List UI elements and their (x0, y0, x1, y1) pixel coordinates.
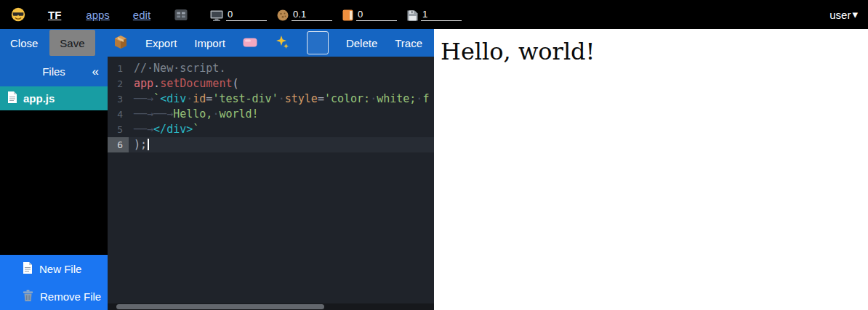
cookie-stat: 0.1 (277, 8, 332, 21)
code-token: ` (153, 92, 160, 105)
code-token: ──→ (153, 107, 173, 121)
code-token: f (422, 92, 429, 105)
code-token: id (193, 92, 206, 105)
code-token: app (134, 77, 153, 90)
sidebar-buttons: Close Save (0, 29, 108, 57)
code-token: ──→ (134, 107, 153, 121)
code-token: · (278, 92, 285, 105)
floppy-stat-value[interactable]: 1 (421, 8, 462, 21)
code-token: ); (134, 138, 147, 151)
preview-text: Hello, world! (441, 38, 868, 65)
code-editor[interactable]: 123456 //·New·script.app.setDocument(──→… (108, 57, 434, 310)
monitor-stat: 0 (210, 8, 267, 21)
remove-file-label: Remove File (40, 290, 101, 303)
code-line[interactable]: ──→`<div·id='test-div'·style='color:·whi… (129, 91, 434, 107)
smiley-logo-icon[interactable] (10, 7, 26, 23)
file-item-appjs[interactable]: app.js (0, 86, 108, 110)
code-token: ──→ (134, 92, 153, 105)
import-button[interactable]: Import (194, 37, 225, 49)
chevron-down-icon: ▾ (852, 8, 858, 21)
brand-link[interactable]: TF (48, 9, 61, 21)
user-menu[interactable]: user ▾ (829, 8, 858, 21)
file-list-empty-area (0, 110, 108, 255)
code-token: white; (377, 92, 416, 105)
book-stat-value[interactable]: 0 (356, 8, 397, 21)
soap-icon (243, 37, 257, 49)
monitor-icon (210, 10, 223, 21)
new-file-button[interactable]: New File (0, 255, 108, 282)
monitor-stat-value[interactable]: 0 (226, 8, 267, 21)
files-panel-title: Files (42, 65, 65, 78)
scrollbar-thumb[interactable] (116, 304, 324, 309)
code-token: . (153, 77, 160, 90)
editor-action-strip: Close Save Export Import (0, 29, 434, 57)
orange-book-icon (342, 9, 353, 21)
code-token: //·New·script. (134, 62, 225, 75)
text-cursor (148, 139, 149, 150)
code-token: = (318, 92, 324, 105)
line-number: 1 (108, 61, 129, 76)
line-number-gutter: 123456 (108, 61, 129, 152)
code-token: ──→ (134, 123, 153, 136)
soap-icon-button[interactable] (243, 37, 257, 49)
document-icon (7, 91, 17, 105)
toolbar: Export Import Delete Trace (108, 29, 434, 57)
line-number: 6 (108, 137, 129, 152)
code-token: 'test-div' (212, 92, 278, 105)
code-token: ` (193, 123, 199, 136)
code-token: 'color: (324, 92, 370, 105)
nav-link-edit[interactable]: edit (133, 9, 150, 21)
export-button[interactable]: Export (145, 37, 177, 49)
nav-link-apps[interactable]: apps (86, 9, 110, 21)
close-button[interactable]: Close (9, 37, 39, 49)
horizontal-scrollbar[interactable] (108, 303, 434, 310)
code-token: </div> (153, 123, 193, 136)
code-token: · (370, 92, 377, 105)
user-menu-label: user (829, 9, 851, 21)
package-icon-button[interactable] (113, 35, 128, 51)
new-document-icon (23, 262, 33, 276)
delete-button[interactable]: Delete (346, 37, 377, 49)
code-token: world! (219, 107, 258, 121)
line-number: 5 (108, 122, 129, 137)
files-panel-header: Files « (0, 57, 108, 86)
code-area[interactable]: //·New·script.app.setDocument(──→`<div·i… (129, 61, 434, 152)
trash-icon (23, 290, 33, 303)
cookie-icon (277, 9, 289, 21)
line-number: 3 (108, 91, 129, 107)
code-line[interactable]: app.setDocument( (129, 76, 434, 91)
floppy-icon (407, 10, 418, 21)
top-bar: TF apps edit 0 (0, 0, 868, 29)
sparkles-icon (275, 35, 289, 52)
package-icon (113, 35, 128, 51)
code-token: ( (232, 77, 238, 90)
code-line[interactable]: ──→──→Hello,·world! (129, 107, 434, 122)
collapse-sidebar-button[interactable]: « (92, 57, 99, 86)
control-panel-icon[interactable] (174, 8, 188, 22)
line-number: 2 (108, 76, 129, 91)
file-name: app.js (23, 92, 55, 105)
code-token: setDocument (160, 77, 232, 90)
trace-button[interactable]: Trace (395, 37, 422, 49)
code-line[interactable]: ); (129, 137, 434, 152)
code-token: Hello, (173, 107, 212, 121)
cookie-stat-value[interactable]: 0.1 (292, 8, 332, 21)
sparkles-icon-button[interactable] (275, 35, 289, 52)
code-token: · (186, 92, 193, 105)
save-button[interactable]: Save (49, 30, 95, 56)
new-file-label: New File (39, 263, 81, 275)
files-sidebar: Files « app.js New File (0, 57, 108, 310)
code-line[interactable]: //·New·script. (129, 61, 434, 76)
code-token: <div (160, 92, 186, 105)
blank-button[interactable] (307, 31, 329, 54)
remove-file-button[interactable]: Remove File (0, 282, 108, 310)
preview-pane: Hello, world! (434, 29, 868, 310)
code-token: style (285, 92, 318, 105)
code-line[interactable]: ──→</div>` (129, 122, 434, 137)
floppy-stat: 1 (407, 8, 462, 21)
line-number: 4 (108, 107, 129, 122)
book-stat: 0 (342, 8, 397, 21)
